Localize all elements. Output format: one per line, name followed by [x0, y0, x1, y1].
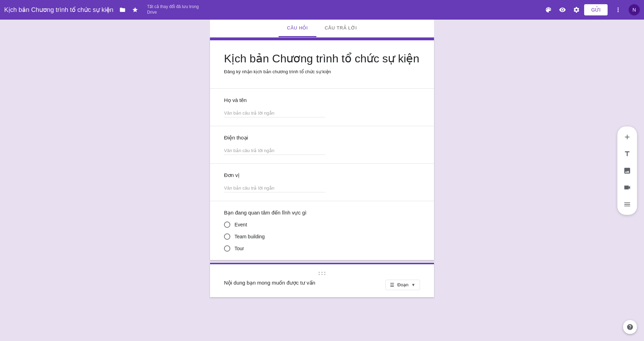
svg-point-5 — [324, 274, 326, 275]
send-button[interactable]: GỬI — [584, 4, 608, 15]
save-status: Tất cả thay đổi đã lưu trong Drive — [147, 4, 199, 15]
preview-icon[interactable] — [556, 4, 569, 16]
palette-icon[interactable] — [542, 4, 555, 16]
help-button[interactable] — [623, 320, 637, 334]
add-image-button[interactable] — [619, 163, 636, 178]
paragraph-type-label: Đoạn — [397, 282, 408, 287]
add-question-button[interactable] — [619, 129, 636, 145]
folder-icon[interactable] — [116, 4, 129, 16]
page-body: CÂU HỎI CÂU TRẢ LỜI Kịch bản Chương trìn… — [0, 20, 644, 341]
next-question-label: Nội dung bạn mong muốn được tư vấn — [224, 280, 315, 286]
svg-point-1 — [319, 274, 320, 275]
form-wrapper: CÂU HỎI CÂU TRẢ LỜI Kịch bản Chương trìn… — [210, 20, 434, 320]
svg-point-3 — [322, 274, 323, 275]
radio-option-team-building[interactable]: Team building — [224, 233, 420, 240]
question-3-label: Đơn vị — [224, 172, 420, 178]
form-title: Kịch bản Chương trình tổ chức sự kiện — [224, 52, 420, 66]
question-3-placeholder[interactable]: Văn bản câu trả lời ngắn — [224, 184, 326, 192]
drag-handle — [224, 271, 420, 275]
svg-point-4 — [324, 272, 326, 273]
question-1-placeholder[interactable]: Văn bản câu trả lời ngắn — [224, 109, 326, 117]
form-container: Kịch bản Chương trình tổ chức sự kiện Đă… — [210, 37, 434, 260]
radio-circle-event — [224, 221, 230, 228]
radio-option-event[interactable]: Event — [224, 221, 420, 228]
add-title-button[interactable] — [619, 146, 636, 162]
add-section-button[interactable] — [619, 197, 636, 212]
avatar[interactable]: N — [629, 4, 640, 15]
question-2-label: Điện thoại — [224, 135, 420, 141]
next-section-card: Nội dung bạn mong muốn được tư vấn ☰ Đoạ… — [210, 263, 434, 297]
radio-group: Event Team building Tour — [224, 221, 420, 252]
question-4-label: Bạn đang quan tâm đến lĩnh vực gì — [224, 210, 420, 216]
paragraph-type-select[interactable]: ☰ Đoạn ▼ — [385, 280, 420, 290]
question-2-section: Điện thoại Văn bản câu trả lời ngắn — [210, 126, 434, 163]
right-sidebar — [617, 127, 637, 215]
question-1-label: Họ và tên — [224, 97, 420, 103]
document-title: Kịch bản Chương trình tổ chức sự kiện — [4, 6, 113, 14]
settings-icon[interactable] — [570, 4, 583, 16]
question-2-placeholder[interactable]: Văn bản câu trả lời ngắn — [224, 146, 326, 155]
radio-circle-tour — [224, 245, 230, 252]
radio-option-tour[interactable]: Tour — [224, 245, 420, 252]
add-video-button[interactable] — [619, 180, 636, 195]
tab-questions[interactable]: CÂU HỎI — [279, 20, 316, 37]
more-options-icon[interactable] — [612, 4, 624, 16]
tab-answers[interactable]: CÂU TRẢ LỜI — [316, 20, 365, 37]
svg-point-0 — [319, 272, 320, 273]
radio-label-team-building: Team building — [234, 234, 265, 239]
form-header: Kịch bản Chương trình tổ chức sự kiện Đă… — [210, 40, 434, 88]
svg-point-2 — [322, 272, 323, 273]
question-1-section: Họ và tên Văn bản câu trả lời ngắn — [210, 88, 434, 126]
radio-label-event: Event — [234, 222, 247, 227]
radio-label-tour: Tour — [234, 246, 244, 251]
nav-right-controls: GỬI N — [542, 4, 640, 16]
star-icon[interactable] — [129, 4, 141, 16]
question-3-section: Đơn vị Văn bản câu trả lời ngắn — [210, 163, 434, 201]
question-4-section: Bạn đang quan tâm đến lĩnh vực gì Event … — [210, 201, 434, 260]
tabs-bar: CÂU HỎI CÂU TRẢ LỜI — [210, 20, 434, 37]
radio-circle-team-building — [224, 233, 230, 240]
top-navigation: Kịch bản Chương trình tổ chức sự kiện Tấ… — [0, 0, 644, 20]
form-description: Đăng ký nhận kịch bản chương trình tổ ch… — [224, 69, 420, 74]
